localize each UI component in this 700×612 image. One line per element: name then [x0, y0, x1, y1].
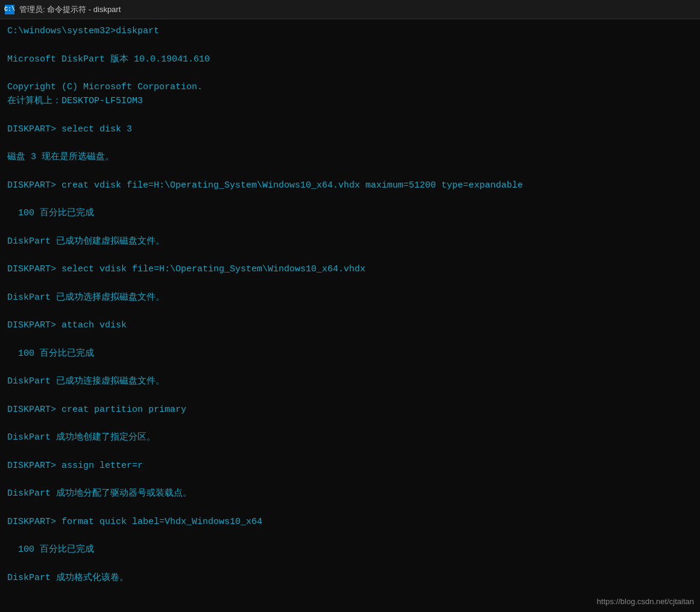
terminal-line: [7, 192, 693, 206]
terminal-line: [7, 66, 693, 80]
terminal-line: [7, 557, 693, 571]
terminal-line: [7, 165, 693, 178]
terminal-line: DiskPart 成功地分配了驱动器号或装载点。: [7, 487, 693, 500]
terminal-line: [7, 417, 693, 431]
terminal-line: DISKPART> creat vdisk file=H:\Operating_…: [7, 178, 693, 192]
terminal-line: [7, 333, 693, 347]
title-bar: C:\ 管理员: 命令提示符 - diskpart: [0, 0, 700, 19]
terminal-line: [7, 529, 693, 543]
terminal-line: Microsoft DiskPart 版本 10.0.19041.610: [7, 52, 693, 66]
terminal-line: Copyright (C) Microsoft Corporation.: [7, 80, 693, 94]
terminal-line: [7, 473, 693, 487]
terminal-line: [7, 445, 693, 459]
terminal-line: 100 百分比已完成: [7, 347, 693, 361]
terminal-line: [7, 304, 693, 318]
terminal-line: C:\windows\system32>diskpart: [7, 24, 693, 38]
terminal-line: 磁盘 3 现在是所选磁盘。: [7, 150, 693, 164]
terminal-line: DiskPart 已成功连接虚拟磁盘文件。: [7, 374, 693, 388]
terminal-line: DISKPART> select disk 3: [7, 122, 693, 136]
terminal-line: [7, 136, 693, 150]
terminal-line: 在计算机上：DESKTOP-LF5IOM3: [7, 94, 693, 108]
terminal-line: DISKPART> assign letter=r: [7, 459, 693, 473]
terminal-window[interactable]: C:\windows\system32>diskpart Microsoft D…: [0, 19, 700, 612]
terminal-line: DISKPART> format quick label=Vhdx_Window…: [7, 515, 693, 529]
terminal-line: [7, 248, 693, 262]
terminal-line: [7, 109, 693, 122]
title-bar-text: 管理员: 命令提示符 - diskpart: [19, 4, 121, 15]
terminal-line: [7, 277, 693, 291]
terminal-line: [7, 361, 693, 374]
terminal-line: [7, 221, 693, 235]
terminal-line: [7, 501, 693, 515]
terminal-line: DISKPART> attach vdisk: [7, 318, 693, 332]
terminal-line: DISKPART> select vdisk file=H:\Operating…: [7, 262, 693, 276]
terminal-line: DiskPart 已成功创建虚拟磁盘文件。: [7, 235, 693, 248]
terminal-icon: C:\: [5, 5, 14, 14]
terminal-line: 100 百分比已完成: [7, 543, 693, 557]
terminal-line: DISKPART> creat partition primary: [7, 403, 693, 417]
terminal-line: [7, 38, 693, 52]
terminal-line: DiskPart 成功地创建了指定分区。: [7, 431, 693, 444]
terminal-line: DiskPart 已成功选择虚拟磁盘文件。: [7, 291, 693, 304]
terminal-line: 100 百分比已完成: [7, 206, 693, 220]
watermark: https://blog.csdn.net/cjtaitan: [597, 597, 694, 606]
terminal-line: DiskPart 成功格式化该卷。: [7, 571, 693, 585]
terminal-line: [7, 389, 693, 403]
